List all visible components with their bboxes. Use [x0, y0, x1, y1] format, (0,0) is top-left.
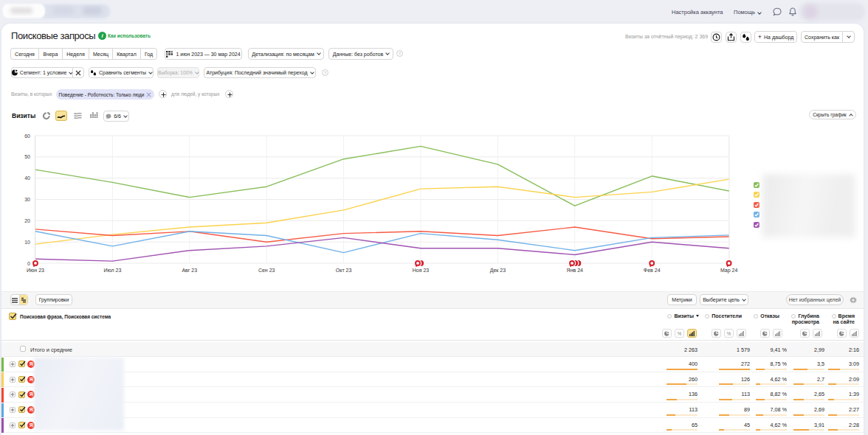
svg-text:10: 10 [24, 240, 30, 245]
svg-text:0: 0 [27, 261, 30, 266]
svg-text:Авг 23: Авг 23 [182, 268, 197, 273]
svg-text:Июн 23: Июн 23 [27, 268, 44, 273]
svg-text:50: 50 [24, 154, 30, 159]
svg-text:Сен 23: Сен 23 [258, 268, 275, 273]
svg-text:60: 60 [24, 133, 30, 139]
svg-text:Дек 23: Дек 23 [490, 268, 506, 274]
svg-text:30: 30 [24, 197, 30, 202]
svg-text:Мар 24: Мар 24 [720, 268, 738, 274]
svg-text:Июл 23: Июл 23 [103, 268, 121, 273]
svg-text:Ноя 23: Ноя 23 [413, 268, 430, 273]
svg-text:20: 20 [24, 218, 30, 223]
svg-text:Окт 23: Окт 23 [336, 268, 352, 273]
svg-text:Янв 24: Янв 24 [567, 268, 583, 273]
svg-text:40: 40 [24, 175, 30, 181]
svg-text:Фев 24: Фев 24 [644, 268, 661, 273]
